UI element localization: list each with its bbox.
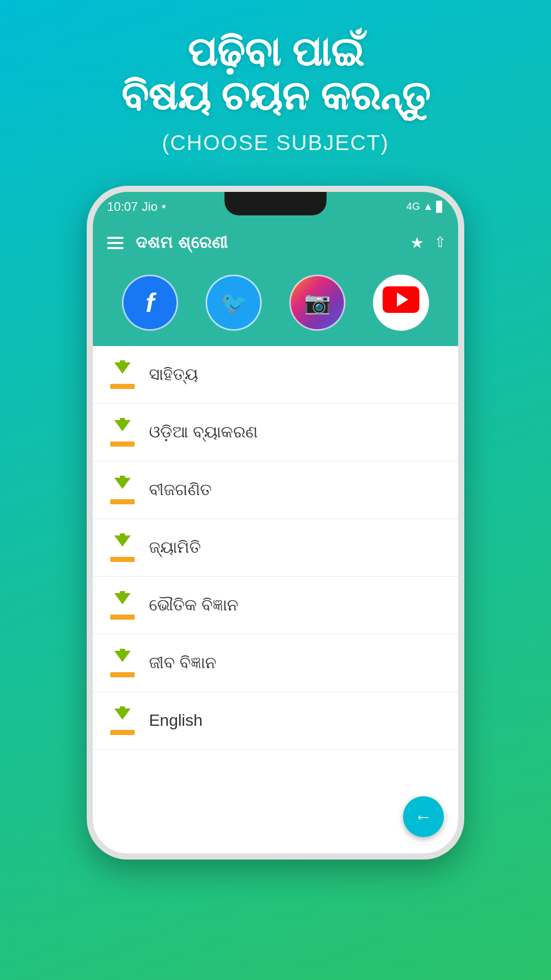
signal-icon: ▲ — [423, 201, 433, 212]
app-bar: ଦଶମ ଶ୍ରେଣୀ ★ ⇧ — [93, 222, 458, 264]
status-dot: • — [162, 200, 166, 214]
network-type: 4G — [407, 201, 420, 212]
subject-list: ସାହିତ୍ୟ ଓଡ଼ିଆ ବ୍ୟାକରଣ ବୀଜଗଣିତ — [93, 346, 458, 750]
status-right: 4G ▲ ▊ — [407, 201, 444, 213]
subject-item-5[interactable]: ଭୌତିକ ବିଜ୍ଞାନ — [93, 577, 458, 634]
download-icon-3 — [108, 476, 137, 504]
subject-name-3: ବୀଜଗଣିତ — [149, 480, 212, 499]
app-bar-icons: ★ ⇧ — [410, 234, 446, 252]
facebook-button[interactable]: f — [122, 275, 178, 331]
status-carrier: Jio — [142, 200, 158, 214]
phone-mockup: 10:07 Jio • 4G ▲ ▊ ଦଶମ ଶ୍ରେଣୀ ★ ⇧ — [87, 186, 464, 860]
youtube-icon — [383, 286, 419, 319]
download-icon-2 — [108, 418, 137, 447]
phone-notch — [224, 192, 327, 215]
app-title: ଦଶମ ଶ୍ରେଣୀ — [136, 233, 400, 252]
subject-name-5: ଭୌତିକ ବିଜ୍ଞାନ — [149, 596, 238, 615]
status-left: 10:07 Jio • — [107, 200, 166, 214]
social-row: f 🐦 📷 — [93, 264, 458, 346]
subject-name-1: ସାହିତ୍ୟ — [149, 365, 198, 384]
menu-button[interactable] — [105, 235, 126, 251]
subject-item-3[interactable]: ବୀଜଗଣିତ — [93, 461, 458, 519]
subject-item-7[interactable]: English — [93, 692, 458, 750]
phone-mockup-wrapper: 10:07 Jio • 4G ▲ ▊ ଦଶମ ଶ୍ରେଣୀ ★ ⇧ — [82, 186, 469, 980]
twitter-button[interactable]: 🐦 — [206, 275, 262, 331]
share-button[interactable]: ⇧ — [434, 234, 446, 252]
back-arrow-icon: ← — [414, 806, 433, 827]
subject-item-1[interactable]: ସାହିତ୍ୟ — [93, 346, 458, 404]
subject-name-2: ଓଡ଼ିଆ ବ୍ୟାକରଣ — [149, 423, 258, 442]
download-icon-4 — [108, 533, 137, 562]
download-icon-1 — [108, 360, 137, 389]
subject-name-4: ଜ୍ୟାମିତି — [149, 538, 201, 557]
subject-name-7: English — [149, 711, 203, 730]
download-icon-6 — [108, 649, 137, 677]
status-time: 10:07 — [107, 200, 138, 214]
back-fab-button[interactable]: ← — [403, 796, 444, 837]
twitter-icon: 🐦 — [220, 290, 247, 315]
download-icon-7 — [108, 706, 137, 735]
header-line2: ବିଷୟ ଚୟନ କରନ୍ତୁ — [121, 75, 430, 118]
subject-item-4[interactable]: ଜ୍ୟାମିତି — [93, 519, 458, 577]
instagram-icon: 📷 — [304, 290, 331, 315]
download-icon-5 — [108, 591, 137, 620]
subject-item-2[interactable]: ଓଡ଼ିଆ ବ୍ୟାକରଣ — [93, 404, 458, 461]
subject-item-6[interactable]: ଜୀବ ବିଜ୍ଞାନ — [93, 634, 458, 692]
subtitle: (CHOOSE SUBJECT) — [121, 131, 430, 155]
header-line1: ପଢ଼ିବା ପାଇଁ — [121, 31, 430, 75]
instagram-button[interactable]: 📷 — [289, 275, 345, 331]
youtube-button[interactable] — [373, 275, 429, 331]
subject-name-6: ଜୀବ ବିଜ୍ଞାନ — [149, 653, 216, 672]
header-section: ପଢ଼ିବା ପାଇଁ ବିଷୟ ଚୟନ କରନ୍ତୁ (CHOOSE SUBJ… — [101, 31, 450, 155]
facebook-icon: f — [145, 287, 154, 318]
bookmark-button[interactable]: ★ — [410, 234, 424, 252]
battery-icon: ▊ — [436, 201, 444, 213]
